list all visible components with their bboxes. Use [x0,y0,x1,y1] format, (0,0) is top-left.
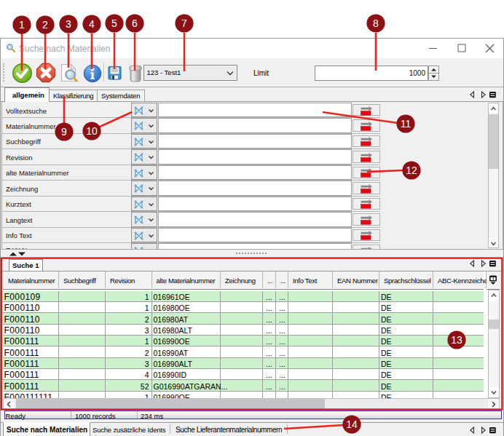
svg-text:5: 5 [111,17,117,29]
svg-text:2: 2 [42,19,48,31]
svg-text:12: 12 [406,165,417,176]
svg-text:1: 1 [19,19,25,31]
svg-text:8: 8 [373,17,379,29]
svg-text:6: 6 [132,17,138,29]
svg-text:10: 10 [86,125,98,137]
svg-text:3: 3 [66,18,71,30]
svg-text:13: 13 [451,334,462,346]
svg-text:11: 11 [401,118,412,130]
svg-text:7: 7 [181,17,187,29]
svg-text:4: 4 [89,18,95,30]
svg-text:14: 14 [346,419,358,430]
svg-text:9: 9 [61,126,67,138]
